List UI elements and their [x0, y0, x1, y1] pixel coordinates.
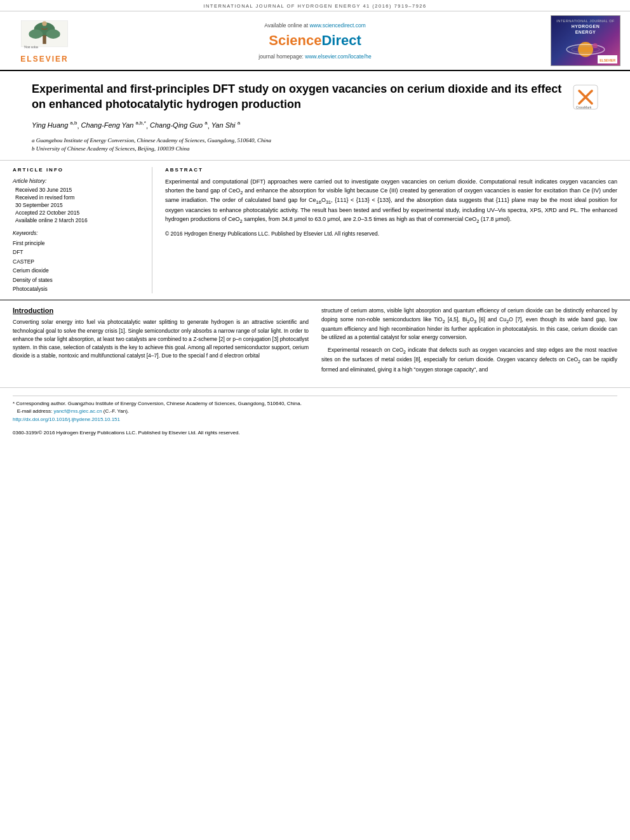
- journal-homepage-label: journal homepage:: [258, 53, 303, 60]
- journal-cover-image: International Journal of HYDROGENENERGY …: [551, 15, 620, 66]
- article-header: Experimental and first-principles DFT st…: [0, 71, 630, 161]
- intro-para1: Converting solar energy into fuel via ph…: [13, 318, 309, 360]
- intro-left-text: Converting solar energy into fuel via ph…: [13, 318, 309, 360]
- author1: Ying Huang a,b: [32, 121, 77, 129]
- article-title: Experimental and first-principles DFT st…: [32, 81, 566, 112]
- intro-right-para2: Experimental research on CeO2 indicate t…: [321, 346, 617, 374]
- cover-title: HYDROGENENERGY: [572, 23, 600, 35]
- affiliation-a: a Guangzhou Institute of Energy Conversi…: [32, 137, 566, 145]
- author4: Yan Shi a: [211, 121, 240, 129]
- keyword-first-principle: First principle: [13, 239, 142, 248]
- received2: Received in revised form: [15, 194, 142, 201]
- email-suffix: (C.-F. Yan).: [104, 408, 129, 414]
- sciencedirect-logo: ScienceDirect: [269, 32, 361, 49]
- journal-cover-block: International Journal of HYDROGENENERGY …: [547, 15, 624, 66]
- footnote-section: * Corresponding author. Guangzhou Instit…: [0, 387, 630, 426]
- affiliations: a Guangzhou Institute of Energy Conversi…: [32, 137, 566, 154]
- journal-citation: INTERNATIONAL JOURNAL OF HYDROGEN ENERGY…: [203, 3, 426, 9]
- sciencedirect-url[interactable]: www.sciencedirect.com: [309, 22, 365, 29]
- body-content: Introduction Converting solar energy int…: [0, 300, 630, 384]
- svg-point-3: [46, 29, 60, 39]
- received1: Received 30 June 2015: [15, 187, 142, 193]
- journal-homepage-url[interactable]: www.elsevier.com/locate/he: [305, 53, 371, 60]
- keyword-cerium-dioxide: Cerium dioxide: [13, 266, 142, 275]
- cover-elsevier-small: ELSEVIER: [598, 55, 617, 63]
- keyword-castep: CASTEP: [13, 257, 142, 266]
- received2-date: 30 September 2015: [15, 202, 142, 208]
- article-info-heading: ARTICLE INFO: [13, 167, 142, 173]
- intro-right-text: structure of cerium atoms, visible light…: [321, 307, 617, 374]
- abstract-copyright: © 2016 Hydrogen Energy Publications LLC.…: [165, 230, 617, 238]
- available-online-text: Available online at www.sciencedirect.co…: [264, 22, 366, 29]
- introduction-title: Introduction: [13, 307, 309, 314]
- corresponding-label: * Corresponding author.: [13, 401, 68, 406]
- keyword-photocatalysis: Photocatalysis: [13, 284, 142, 293]
- cover-ij-text: International Journal of: [556, 19, 615, 23]
- keywords-section: Keywords: First principle DFT CASTEP Cer…: [13, 230, 142, 294]
- logo-direct: Direct: [321, 32, 361, 48]
- footnote-divider: [13, 396, 617, 396]
- svg-point-6: [42, 22, 46, 26]
- elsevier-tree-icon: Non solus: [16, 18, 73, 53]
- abstract-col: ABSTRACT Experimental and computational …: [165, 167, 617, 294]
- author2: Chang-Feng Yan a,b,*: [81, 121, 146, 129]
- author3: Chang-Qing Guo a: [150, 121, 208, 129]
- corresponding-author: * Corresponding author. Guangzhou Instit…: [13, 400, 617, 408]
- svg-rect-4: [43, 36, 46, 44]
- sciencedirect-block: Available online at www.sciencedirect.co…: [89, 15, 541, 66]
- history-label: Article history:: [13, 178, 142, 184]
- corresponding-affiliation: Guangzhou Institute of Energy Conversion…: [68, 401, 302, 406]
- abstract-paragraph: Experimental and computational (DFT) app…: [165, 178, 617, 225]
- elsevier-logo-block: Non solus ELSEVIER: [6, 15, 83, 66]
- body-left-col: Introduction Converting solar energy int…: [13, 307, 309, 378]
- footer-copyright: 0360-3199/© 2016 Hydrogen Energy Publica…: [13, 430, 240, 436]
- article-info-col: ARTICLE INFO Article history: Received 3…: [13, 167, 152, 294]
- keywords-label: Keywords:: [13, 230, 142, 236]
- keyword-dft: DFT: [13, 248, 142, 257]
- svg-text:Non solus: Non solus: [24, 45, 38, 49]
- crossmark-logo[interactable]: CrossMark: [573, 84, 598, 110]
- top-banner: INTERNATIONAL JOURNAL OF HYDROGEN ENERGY…: [0, 0, 630, 11]
- keyword-density-of-states: Density of states: [13, 276, 142, 284]
- email-link[interactable]: yancf@ms.giec.ac.cn: [53, 408, 102, 414]
- email-label: E-mail address:: [13, 408, 53, 414]
- journal-homepage: journal homepage: www.elsevier.com/locat…: [258, 53, 371, 60]
- svg-point-2: [29, 29, 43, 39]
- footer-bottom: 0360-3199/© 2016 Hydrogen Energy Publica…: [0, 426, 630, 438]
- available: Available online 2 March 2016: [15, 217, 142, 223]
- email-line: E-mail address: yancf@ms.giec.ac.cn (C.-…: [13, 408, 617, 415]
- svg-point-10: [593, 43, 598, 48]
- body-right-col: structure of cerium atoms, visible light…: [321, 307, 617, 378]
- elsevier-label: ELSEVIER: [20, 55, 68, 63]
- logo-science: Science: [269, 32, 321, 48]
- affiliation-b: b University of Chinese Academy of Scien…: [32, 145, 566, 154]
- abstract-text: Experimental and computational (DFT) app…: [165, 178, 617, 238]
- authors-line: Ying Huang a,b, Chang-Feng Yan a,b,*, Ch…: [32, 120, 566, 131]
- svg-text:CrossMark: CrossMark: [576, 105, 592, 109]
- article-info-abstract-section: ARTICLE INFO Article history: Received 3…: [0, 161, 630, 301]
- doi-link[interactable]: http://dx.doi.org/10.1016/j.ijhydene.201…: [13, 417, 120, 422]
- journal-header: Non solus ELSEVIER Available online at w…: [0, 11, 630, 71]
- article-title-block: Experimental and first-principles DFT st…: [32, 81, 566, 154]
- history-group: Article history: Received 30 June 2015 R…: [13, 178, 142, 223]
- abstract-heading: ABSTRACT: [165, 167, 617, 173]
- accepted: Accepted 22 October 2015: [15, 210, 142, 216]
- intro-right-para1: structure of cerium atoms, visible light…: [321, 307, 617, 342]
- doi-line: http://dx.doi.org/10.1016/j.ijhydene.201…: [13, 415, 617, 422]
- available-label: Available online at: [264, 22, 309, 29]
